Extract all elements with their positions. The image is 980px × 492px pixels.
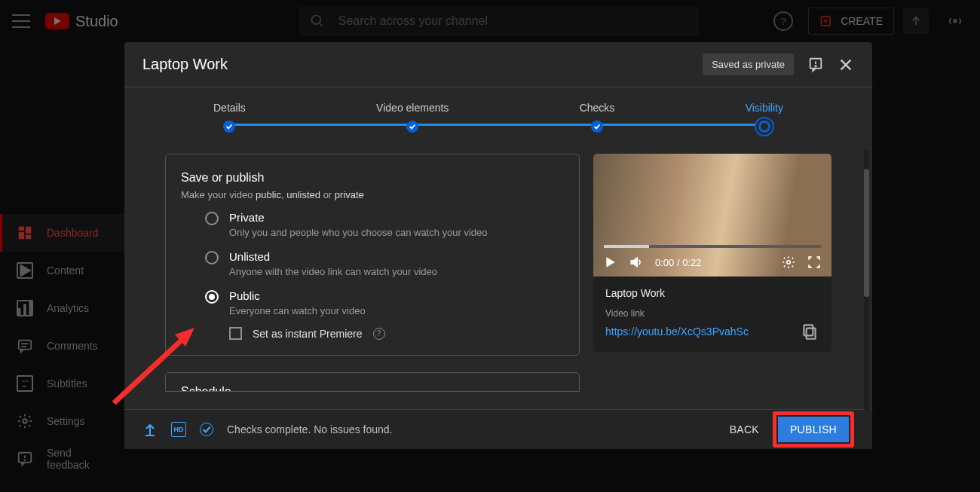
video-time: 0:00 / 0:22 (655, 257, 701, 268)
settings-gear-icon[interactable] (782, 255, 795, 269)
svg-point-29 (787, 261, 791, 264)
play-icon[interactable] (604, 255, 617, 269)
step-video-elements[interactable]: Video elements (376, 102, 449, 133)
scrollbar[interactable] (864, 149, 869, 410)
visibility-option-private[interactable]: Private Only you and people who you choo… (205, 211, 564, 238)
copy-icon[interactable] (800, 322, 819, 341)
check-icon (591, 121, 603, 133)
video-link-label: Video link (605, 308, 819, 319)
close-icon[interactable] (838, 57, 854, 73)
step-checks[interactable]: Checks (580, 102, 615, 133)
card-title: Save or publish (181, 171, 564, 185)
visibility-option-unlisted[interactable]: Unlisted Anyone with the video link can … (205, 250, 564, 277)
radio-selected-icon (205, 290, 219, 304)
video-progress-bar[interactable] (604, 245, 821, 248)
step-details[interactable]: Details (213, 102, 246, 133)
upload-dialog: Laptop Work Saved as private Details Vid… (124, 42, 872, 449)
svg-rect-30 (807, 329, 816, 339)
upload-steps: Details Video elements Checks Visibility (124, 87, 872, 140)
fullscreen-icon[interactable] (807, 255, 821, 269)
save-status-badge: Saved as private (703, 53, 794, 75)
dialog-title: Laptop Work (142, 56, 228, 73)
check-icon (223, 121, 235, 133)
schedule-card[interactable]: Schedule (165, 372, 580, 392)
instant-premiere-checkbox[interactable]: Set as instant Premiere ? (229, 327, 564, 340)
option-title: Private (229, 211, 488, 224)
current-step-icon (758, 121, 770, 133)
check-icon (406, 121, 418, 133)
preview-video-title: Laptop Work (605, 287, 819, 299)
svg-rect-31 (804, 325, 813, 335)
step-visibility[interactable]: Visibility (746, 102, 783, 133)
save-or-publish-card: Save or publish Make your video public, … (165, 154, 580, 356)
video-thumbnail[interactable]: 0:00 / 0:22 (593, 154, 831, 277)
upload-complete-icon (142, 422, 158, 437)
volume-icon[interactable] (629, 255, 643, 269)
option-title: Unlisted (229, 250, 437, 263)
premiere-label: Set as instant Premiere (253, 328, 363, 340)
checks-complete-icon (200, 423, 213, 436)
option-desc: Only you and people who you choose can w… (229, 227, 488, 238)
radio-icon (205, 251, 219, 264)
help-icon[interactable]: ? (373, 328, 385, 340)
radio-icon (205, 212, 219, 225)
svg-marker-27 (606, 257, 614, 267)
dialog-feedback-icon[interactable] (807, 57, 824, 73)
video-link[interactable]: https://youtu.be/XcQs3PvahSc (605, 325, 749, 338)
option-title: Public (229, 289, 366, 302)
video-preview-card: 0:00 / 0:22 Laptop Work Video link https… (593, 154, 831, 352)
option-desc: Everyone can watch your video (229, 305, 366, 316)
checks-status-text: Checks complete. No issues found. (227, 423, 392, 435)
svg-point-24 (815, 66, 816, 66)
publish-highlight: PUBLISH (773, 411, 854, 448)
svg-marker-28 (631, 258, 637, 266)
option-desc: Anyone with the video link can watch you… (229, 266, 437, 277)
visibility-option-public[interactable]: Public Everyone can watch your video (205, 289, 564, 316)
checkbox-icon (229, 327, 242, 340)
publish-button[interactable]: PUBLISH (778, 417, 849, 442)
card-subtitle: Make your video public, unlisted or priv… (181, 189, 564, 200)
back-button[interactable]: BACK (730, 423, 759, 435)
hd-icon: HD (171, 422, 186, 437)
